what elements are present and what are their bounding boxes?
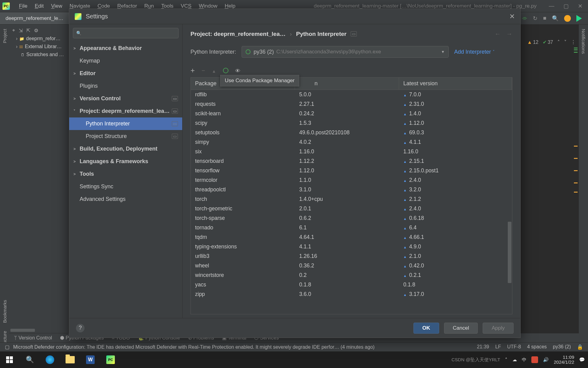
tray-onedrive-icon[interactable]: ☁: [512, 357, 517, 362]
more-icon[interactable]: ⋮: [571, 39, 576, 45]
project-scrollbar[interactable]: [10, 329, 59, 332]
table-row[interactable]: termcolor1.1.02.4.0: [191, 175, 512, 185]
table-row[interactable]: wheel0.36.20.42.0: [191, 261, 512, 270]
taskbar-pycharm-icon[interactable]: PC: [104, 353, 117, 366]
toolwindow-bookmarks[interactable]: Bookmarks: [2, 300, 7, 323]
status-interpreter[interactable]: py36 (2): [553, 344, 571, 350]
rerun-icon[interactable]: [533, 15, 537, 22]
table-row[interactable]: typing-extensions4.1.14.9.0: [191, 242, 512, 251]
dialog-close-icon[interactable]: ✕: [509, 13, 515, 21]
table-scrollbar[interactable]: [508, 90, 511, 313]
table-row[interactable]: torch1.4.0+cpu2.1.2: [191, 194, 512, 204]
menu-refactor[interactable]: Refactor: [114, 3, 141, 9]
taskbar-edge-icon[interactable]: [43, 353, 56, 366]
nav-forward-icon[interactable]: →: [506, 30, 512, 37]
col-latest[interactable]: Latest version: [399, 78, 512, 90]
taskbar-word-icon[interactable]: W: [84, 353, 97, 366]
jetbrains-ai-icon[interactable]: [576, 15, 582, 22]
breadcrumb-project[interactable]: Project: deeprm_reforement_lea…: [190, 31, 285, 37]
table-row[interactable]: urllib31.26.162.1.0: [191, 251, 512, 261]
table-row[interactable]: torch-geometric2.0.12.4.0: [191, 204, 512, 213]
menu-run[interactable]: Run: [141, 3, 157, 9]
table-row[interactable]: torch-sparse0.6.20.6.18: [191, 213, 512, 223]
search-icon[interactable]: [552, 15, 559, 22]
tree-item-external-libs[interactable]: ›External Librar…: [10, 43, 67, 51]
table-row[interactable]: simpy4.0.24.1.1: [191, 137, 512, 147]
table-row[interactable]: tensorboard1.12.22.15.1: [191, 156, 512, 166]
settings-category[interactable]: >Tools: [69, 168, 182, 180]
menu-navigate[interactable]: Navigate: [66, 3, 94, 9]
collapse-all-icon[interactable]: ⇱: [26, 28, 30, 33]
taskbar-explorer-icon[interactable]: [64, 353, 77, 366]
tray-sogou-icon[interactable]: [531, 356, 538, 363]
tray-clock[interactable]: 11:09 2024/1/22: [554, 355, 574, 365]
table-row[interactable]: rdflib5.0.07.0.0: [191, 90, 512, 99]
table-row[interactable]: wincertstore0.20.2.1: [191, 270, 512, 280]
tree-item-scratches[interactable]: Scratches and …: [10, 51, 67, 59]
toolwindow-vcs[interactable]: ᛘ Version Control: [14, 335, 52, 341]
table-row[interactable]: zipp3.6.03.17.0: [191, 289, 512, 299]
tray-chevron-icon[interactable]: ˄: [505, 357, 507, 362]
table-row[interactable]: tensorflow1.12.02.15.0.post1: [191, 166, 512, 175]
interpreter-dropdown[interactable]: py36 (2) C:\Users\zl\anaconda3\envs\py36…: [242, 46, 449, 58]
table-row[interactable]: scipy1.5.31.12.0: [191, 118, 512, 128]
menu-tools[interactable]: Tools: [158, 3, 177, 9]
status-toggle-icon[interactable]: ▢: [5, 344, 9, 350]
menu-help[interactable]: Help: [221, 3, 239, 9]
add-interpreter-link[interactable]: Add Interpreter ˅: [454, 49, 495, 55]
settings-category[interactable]: Project Structure▭: [69, 130, 182, 143]
settings-category[interactable]: >Appearance & Behavior: [69, 42, 182, 55]
help-icon[interactable]: ?: [76, 324, 85, 332]
tray-volume-icon[interactable]: 🔊: [543, 357, 549, 362]
menu-edit[interactable]: Edit: [31, 3, 47, 9]
table-row[interactable]: tqdm4.64.14.66.1: [191, 232, 512, 242]
menu-view[interactable]: View: [47, 3, 66, 9]
status-caret-pos[interactable]: 21:39: [477, 344, 489, 350]
toolwindow-project[interactable]: Project: [2, 29, 7, 43]
stop-icon[interactable]: [543, 15, 546, 21]
status-lock-icon[interactable]: 🔒: [577, 344, 583, 350]
table-row[interactable]: yacs0.1.80.1.8: [191, 280, 512, 289]
editor-tab[interactable]: deeprm_reforement_le…: [0, 12, 69, 24]
table-row[interactable]: six1.16.01.16.0: [191, 147, 512, 156]
editor-minimap[interactable]: [574, 48, 578, 331]
status-indent[interactable]: 4 spaces: [527, 344, 547, 350]
settings-category[interactable]: >Version Control▭: [69, 92, 182, 105]
menu-window[interactable]: Window: [195, 3, 221, 9]
start-menu-icon[interactable]: [3, 353, 16, 366]
status-message[interactable]: Microsoft Defender configuration: The ID…: [13, 344, 477, 350]
status-encoding[interactable]: UTF-8: [507, 344, 521, 350]
nav-back-icon[interactable]: ←: [495, 30, 501, 37]
settings-category[interactable]: >Languages & Frameworks: [69, 155, 182, 168]
settings-category[interactable]: ˅Project: deeprm_reforement_lea…▭: [69, 105, 182, 117]
minimize-icon[interactable]: —: [549, 3, 554, 10]
menu-file[interactable]: File: [15, 3, 31, 9]
toolwindow-notifications[interactable]: Notifications: [581, 29, 586, 54]
down-arrow-icon[interactable]: ˅: [564, 39, 567, 45]
settings-category[interactable]: Plugins: [69, 80, 182, 92]
codewithme-icon[interactable]: [564, 15, 571, 22]
table-row[interactable]: tornado6.16.4: [191, 223, 512, 232]
menu-vcs[interactable]: VCS: [177, 3, 195, 9]
settings-search-input[interactable]: [73, 28, 179, 38]
table-row[interactable]: setuptools49.6.0.post2021010869.0.3: [191, 128, 512, 137]
settings-category[interactable]: Keymap: [69, 55, 182, 67]
settings-category[interactable]: Python Interpreter▭: [69, 117, 182, 130]
inspection-widget[interactable]: 12 37 ˄ ˅ ⋮: [527, 39, 576, 45]
col-version[interactable]: Version: [295, 78, 399, 90]
tray-ime-icon[interactable]: 中: [522, 357, 526, 363]
add-package-icon[interactable]: [190, 66, 195, 75]
settings-icon[interactable]: ⚙: [34, 28, 38, 33]
settings-category[interactable]: >Editor: [69, 67, 182, 80]
menu-code[interactable]: Code: [94, 3, 114, 9]
debug-icon[interactable]: ⌯: [522, 15, 527, 21]
status-line-sep[interactable]: LF: [495, 344, 501, 350]
show-early-releases-icon[interactable]: [235, 67, 240, 74]
apply-button[interactable]: Apply: [483, 323, 514, 334]
settings-category[interactable]: Settings Sync: [69, 180, 182, 193]
close-icon[interactable]: ✕: [578, 3, 582, 10]
settings-category[interactable]: >Build, Execution, Deployment: [69, 143, 182, 155]
cancel-button[interactable]: Cancel: [444, 323, 478, 334]
upgrade-package-icon[interactable]: [212, 67, 216, 74]
up-arrow-icon[interactable]: ˄: [557, 39, 560, 45]
